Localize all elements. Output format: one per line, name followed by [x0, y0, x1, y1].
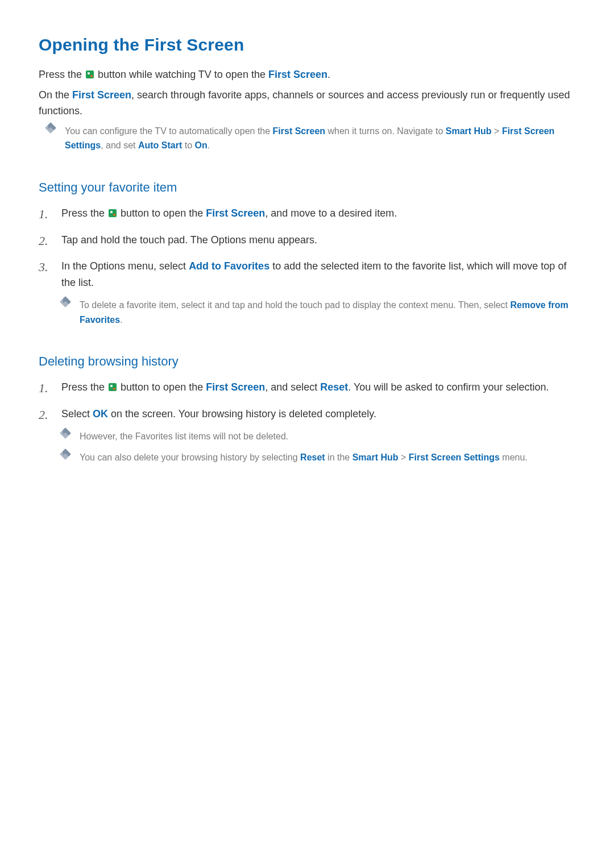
section-heading-delete-history: Deleting browsing history	[39, 354, 575, 369]
note-alt-reset: You can also delete your browsing histor…	[61, 450, 575, 465]
link-first-screen: First Screen	[206, 207, 265, 219]
text: menu.	[500, 452, 528, 462]
pencil-icon	[60, 427, 71, 439]
text: . You will be asked to confirm your sele…	[348, 381, 549, 393]
steps-favorite: Press the button to open the First Scree…	[39, 205, 575, 327]
text: You can configure the TV to automaticall…	[65, 126, 273, 136]
link-first-screen: First Screen	[72, 89, 131, 101]
link-smart-hub: Smart Hub	[352, 452, 399, 462]
text: when it turns on. Navigate to	[325, 126, 446, 136]
intro-paragraph-1: Press the button while watching TV to op…	[39, 67, 575, 83]
link-auto-start: Auto Start	[138, 140, 182, 150]
link-reset: Reset	[300, 452, 325, 462]
text: in the	[325, 452, 352, 462]
step-item: Press the button to open the First Scree…	[39, 205, 575, 222]
breadcrumb-separator: >	[399, 452, 409, 462]
note-text: To delete a favorite item, select it and…	[80, 298, 575, 327]
link-smart-hub: Smart Hub	[446, 126, 492, 136]
text: Press the	[39, 69, 85, 80]
text: To delete a favorite item, select it and…	[80, 300, 511, 310]
text: button to open the	[118, 207, 206, 219]
step-item: Tap and hold the touch pad. The Options …	[39, 232, 575, 248]
smart-hub-icon	[109, 209, 117, 217]
link-first-screen: First Screen	[206, 381, 265, 393]
text: .	[327, 69, 330, 80]
page-title: Opening the First Screen	[39, 35, 575, 55]
intro-paragraph-2: On the First Screen, search through favo…	[39, 88, 575, 119]
note-text: You can also delete your browsing histor…	[80, 450, 575, 465]
steps-delete-history: Press the button to open the First Scree…	[39, 379, 575, 465]
text: Press the	[61, 381, 107, 393]
smart-hub-icon	[86, 70, 94, 78]
step-item: Select OK on the screen. Your browsing h…	[39, 406, 575, 465]
pencil-icon	[60, 296, 71, 308]
link-first-screen: First Screen	[273, 126, 325, 136]
text: , and set	[101, 140, 138, 150]
smart-hub-icon	[109, 383, 117, 391]
link-on: On	[195, 140, 208, 150]
link-reset: Reset	[320, 381, 348, 393]
text: , and select	[265, 381, 320, 393]
text: In the Options menu, select	[61, 260, 189, 272]
text: .	[208, 140, 210, 150]
text: On the	[39, 89, 72, 101]
note-auto-start: You can configure the TV to automaticall…	[39, 124, 575, 153]
text: to	[182, 140, 194, 150]
link-first-screen-settings: First Screen Settings	[409, 452, 500, 462]
text: on the screen. Your browsing history is …	[108, 408, 376, 420]
text: Select	[61, 408, 93, 420]
link-add-to-favorites: Add to Favorites	[189, 260, 269, 272]
step-item: Press the button to open the First Scree…	[39, 379, 575, 396]
note-favorites-remain: However, the Favorites list items will n…	[61, 429, 575, 444]
text: button while watching TV to open the	[95, 69, 268, 80]
pencil-icon	[45, 122, 56, 134]
text: Press the	[61, 207, 107, 219]
text: , and move to a desired item.	[265, 207, 397, 219]
pencil-icon	[60, 449, 71, 460]
breadcrumb-separator: >	[492, 126, 502, 136]
section-heading-favorite: Setting your favorite item	[39, 180, 575, 195]
document-page: Opening the First Screen Press the butto…	[0, 0, 614, 509]
note-remove-favorite: To delete a favorite item, select it and…	[61, 298, 575, 327]
note-text: However, the Favorites list items will n…	[80, 429, 575, 444]
text: button to open the	[118, 381, 206, 393]
text: You can also delete your browsing histor…	[80, 452, 300, 462]
note-text: You can configure the TV to automaticall…	[65, 124, 575, 153]
text: .	[120, 315, 122, 325]
link-ok: OK	[93, 408, 108, 420]
step-item: In the Options menu, select Add to Favor…	[39, 258, 575, 327]
link-first-screen: First Screen	[268, 69, 327, 80]
